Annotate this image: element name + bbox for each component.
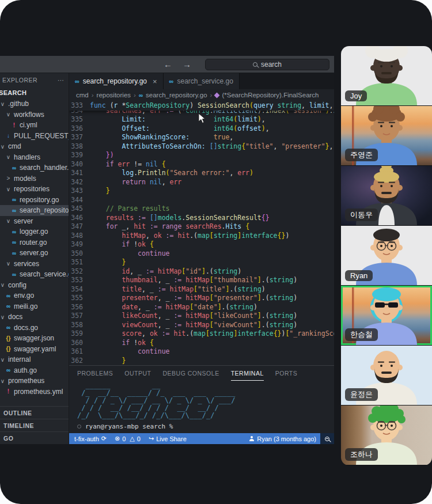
panel-tab-problems[interactable]: PROBLEMS [77,366,113,381]
line-number: 360 [69,339,90,348]
tree-item-label: repositories [14,185,50,193]
tree-item-env-go[interactable]: ∞env.go [0,290,69,301]
tree-item-swagger-yaml[interactable]: {}swagger.yaml [0,344,69,355]
line-content: if !ok { [90,240,154,249]
code-line: 340 if err != nil { [69,160,334,169]
go-file-icon: ∞ [10,207,18,214]
tree-item-label: services [14,260,39,268]
code-line: 362 } [69,357,334,366]
tree-item-swagger-json[interactable]: {}swagger.json [0,333,69,344]
terminal-prompt: ryan@ryans-mbp search % [85,423,173,430]
code-line: 353 thumbnail, _ := hitMap["thumbnail"].… [69,276,334,285]
zoom-out-button[interactable] [320,433,334,444]
nav-back-icon[interactable]: ← [164,59,172,69]
branch-indicator[interactable]: t-fix-auth ⟳ [70,433,111,444]
code-editor[interactable]: 333func (r *SearchRepository) SessionSea… [69,101,334,365]
tree-item-internal[interactable]: ∨internal [0,354,69,365]
sidebar-section-outline[interactable]: OUTLINE [0,406,69,419]
errors-count: 0 [122,435,126,442]
nav-forward-icon[interactable]: → [183,59,191,69]
tree-item-label: models [14,175,36,183]
participant-tile-주영준[interactable]: 주영준 [341,106,432,166]
tree-item-search-service-go[interactable]: ∞search_service.go [0,269,69,280]
tree-item-logger-go[interactable]: ∞logger.go [0,226,69,237]
command-search-box[interactable]: search [205,59,329,70]
tree-item-repositories[interactable]: ∨repositories [0,184,69,195]
search-icon [253,62,257,67]
tree-item-prometheus[interactable]: ∨prometheus [0,376,69,386]
participant-tile-이동우[interactable]: 이동우 [341,166,432,226]
participant-name-badge: 윤정은 [345,388,378,401]
line-content: continue [90,249,169,259]
tree-item-search-repository-[interactable]: ∞search_repository... [0,205,69,216]
line-content: continue [90,347,169,357]
go-file-icon: ∞ [169,78,174,85]
terminal-ascii-art: ______ __ /_ __/__ _____/ /_ ___ ___ ___… [77,382,334,419]
terminal[interactable]: ______ __ /_ __/__ _____/ /_ ___ ___ ___… [69,381,334,433]
explorer-more-icon[interactable]: ⋯ [58,77,64,84]
tree-item-pull-request-t-[interactable]: ↓PULL_REQUEST_T... [0,131,69,142]
panel-tab-debug-console[interactable]: DEBUG CONSOLE [163,366,219,381]
tree-item-label: search_service.go [20,270,69,278]
line-content: log.Println("Search error:", err) [90,169,253,178]
participant-tile-윤정은[interactable]: 윤정은 [341,346,432,406]
panel-tab-output[interactable]: OUTPUT [124,366,151,381]
tree-item-prometheus-yml[interactable]: !prometheus.yml [0,386,69,397]
sidebar-section-timeline[interactable]: TIMELINE [0,419,69,431]
code-line: 348 hitMap, ok := hit.(map[string]interf… [69,232,334,241]
tree-item-cmd[interactable]: ∨cmd [0,141,69,152]
line-number: 348 [69,232,90,241]
tree-item-config[interactable]: ∨config [0,280,69,291]
code-line: 343 } [69,187,334,196]
participant-tile-Ryan[interactable]: Ryan [341,226,432,286]
tree-item-repository-go[interactable]: ∞repository.go [0,195,69,206]
sticky-code-line: 333func (r *SearchRepository) SessionSea… [69,101,334,111]
breadcrumb-item[interactable]: (*SearchRepository).FinalSearch [222,92,319,98]
tree-item-label: docs.go [14,324,38,332]
tree-item-label: server [14,217,33,225]
panel-tab-ports[interactable]: PORTS [275,366,297,381]
line-number: 344 [69,196,90,205]
line-number: 353 [69,276,90,285]
tree-item-workflows[interactable]: ∨workflows [0,109,69,120]
tree-item-label: prometheus [8,377,44,385]
go-file-icon: ∞ [5,293,12,299]
tree-item-auth-go[interactable]: ∞auth.go [0,365,69,376]
tree-item-server-go[interactable]: ∞server.go [0,248,69,259]
tree-item-ci-yml[interactable]: !ci.yml [0,120,69,131]
sidebar-section-go[interactable]: GO [0,431,69,444]
tree-item-services[interactable]: ∨services [0,259,69,270]
participant-tile-한승철[interactable]: 한승철 [341,286,432,346]
breadcrumb-item[interactable]: search_repository.go [146,92,207,98]
tree-item-meili-go[interactable]: ∞meili.go [0,301,69,312]
blame-user[interactable]: Ryan (3 months ago) [245,433,320,444]
breadcrumb-item[interactable]: repositories [97,92,131,98]
tree-item-search-handler-go[interactable]: ∞search_handler.go [0,162,69,173]
line-content: if err != nil { [90,160,166,169]
chevron-down-icon: ∨ [0,378,6,384]
tree-item-server[interactable]: ∨server [0,216,69,227]
tree-item-label: docs [8,313,22,321]
close-tab-icon[interactable]: × [153,77,157,86]
tree-item-label: workflows [14,111,44,119]
tree-item-docs[interactable]: ∨docs [0,312,69,323]
yaml-file-icon: ! [5,388,12,395]
breadcrumb-item[interactable]: cmd [76,92,89,98]
participant-tile-Joy[interactable]: Joy [341,46,432,106]
line-content: viewCount, _ := hitMap["viewCount"].(str… [90,321,297,330]
tree-item-handlers[interactable]: ∨handlers [0,152,69,163]
tab-search_service.go[interactable]: ∞search_service.go [164,73,240,89]
line-content: results := []models.SessionSearchResult{… [90,214,270,223]
tree-item-models[interactable]: >models [0,173,69,184]
tab-search_repository.go[interactable]: ∞search_repository.go× [69,73,164,89]
code-line: 346 results := []models.SessionSearchRes… [69,214,334,223]
live-share-button[interactable]: ↪ Live Share [145,433,191,444]
line-number: 356 [69,303,90,312]
problems-indicator[interactable]: ⊗ 0 △ 0 [111,433,145,444]
tree-item--github[interactable]: ∨.github [0,98,69,109]
panel-tab-terminal[interactable]: TERMINAL [231,366,264,381]
participant-tile-조하나[interactable]: 조하나 [341,406,432,465]
tree-item-docs-go[interactable]: ∞docs.go [0,323,69,334]
tree-item-router-go[interactable]: ∞router.go [0,237,69,248]
project-section-header[interactable]: SEARCH [0,87,69,98]
